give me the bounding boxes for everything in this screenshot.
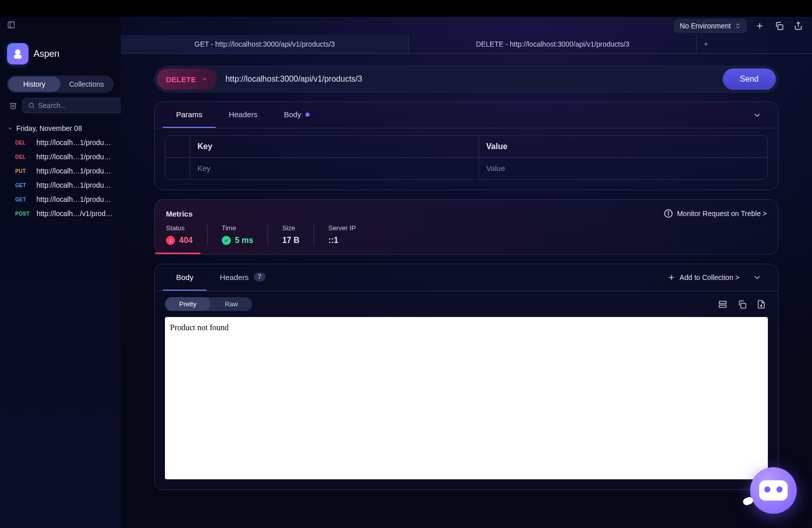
params-table: Key Value [165,135,768,180]
metrics-title: Metrics [166,209,193,218]
metric-size: Size 17 B [267,224,314,245]
history-item[interactable]: PUT http://localh…1/products/3 [0,164,121,178]
request-tab-params[interactable]: Params [163,102,216,128]
history-method: DEL [15,154,31,160]
request-tab-body[interactable]: Body [270,102,322,128]
sidebar-tabs: History Collections [7,76,114,93]
monitor-label: Monitor Request on Treble > [677,209,767,218]
format-raw[interactable]: Raw [211,297,252,311]
request-tab-headers[interactable]: Headers [216,102,271,128]
history-date-label: Friday, November 08 [16,124,82,132]
response-tab-body[interactable]: Body [163,265,207,291]
history-method: DEL [15,140,31,146]
assistant-bot-icon [759,480,788,501]
history-url: http://localh…1/products/3 [37,153,114,161]
history-item[interactable]: DEL http://localh…1/products/3 [0,150,121,164]
svg-point-14 [668,212,669,213]
metric-value: ::1 [328,236,339,245]
history-item[interactable]: GET http://localh…1/products/3 [0,178,121,192]
history-item[interactable]: DEL http://localh…1/products/3 [0,135,121,150]
response-format-toggle: Pretty Raw [165,297,252,311]
brand: Aspen [0,33,121,69]
request-tab-body-label: Body [284,110,301,119]
kv-head-value: Value [479,136,767,158]
open-tabs: GET - http://localhost:3000/api/v1/produ… [121,35,812,54]
history-list: DEL http://localh…1/products/3 DEL http:… [0,134,121,221]
collapse-request-panel[interactable] [745,102,770,128]
metric-serverip: Server IP ::1 [314,224,370,245]
svg-rect-19 [719,301,726,304]
wrap-icon[interactable] [716,298,729,311]
chevron-down-icon [201,76,208,83]
window-titlebar [0,0,812,17]
collapse-response-panel[interactable] [745,265,770,290]
main: No Environment GET - http://localhost:30… [121,0,812,528]
response-tab-headers-label: Headers [220,273,249,281]
svg-rect-8 [778,25,783,30]
metric-status: Status 404 [166,224,207,245]
metrics-panel: Metrics Monitor Request on Treble > Stat… [154,199,779,255]
svg-rect-20 [719,305,726,307]
search-icon [28,102,35,109]
metric-label: Status [166,224,193,232]
environment-selector[interactable]: No Environment [674,19,747,33]
body-indicator-dot-icon [306,113,310,117]
kv-key-input[interactable] [197,164,471,172]
history-url: http://localh…/v1/products [37,209,114,218]
method-selector[interactable]: DELETE [157,68,217,90]
panel-toggle-icon[interactable] [7,21,15,29]
copy-response-icon[interactable] [735,298,749,311]
request-panel: Params Headers Body Key Value [154,101,779,190]
trash-icon[interactable] [7,99,19,112]
metric-label: Time [222,224,253,232]
share-icon[interactable] [792,19,805,32]
url-input[interactable] [217,68,722,90]
app-logo-icon [7,43,28,64]
metric-time: Time 5 ms [207,224,267,245]
tab-item[interactable]: GET - http://localhost:3000/api/v1/produ… [121,35,409,53]
svg-line-5 [33,107,35,109]
history-item[interactable]: POST http://localh…/v1/products [0,206,121,221]
environment-label: No Environment [680,22,731,30]
search-box[interactable] [22,98,132,113]
status-error-icon [166,236,175,245]
new-tab-button[interactable] [696,35,715,53]
request-bar: DELETE Send [154,66,779,92]
method-label: DELETE [166,75,196,84]
status-ok-icon [222,236,231,245]
history-method: GET [15,197,31,202]
history-method: POST [15,211,31,217]
download-response-icon[interactable] [755,298,768,311]
send-button[interactable]: Send [723,68,776,90]
history-url: http://localh…1/products/3 [37,181,114,189]
response-tab-headers[interactable]: Headers 7 [207,264,278,291]
tab-history[interactable]: History [8,77,60,92]
history-date-toggle[interactable]: Friday, November 08 [0,118,121,134]
info-icon [664,209,673,218]
tab-collections[interactable]: Collections [60,77,113,92]
copy-icon[interactable] [772,19,786,32]
history-url: http://localh…1/products/3 [37,167,114,175]
plus-icon[interactable] [753,19,766,32]
chevrons-updown-icon [735,22,741,29]
kv-value-input[interactable] [486,164,760,172]
metric-value: 5 ms [235,236,253,245]
format-pretty[interactable]: Pretty [165,297,211,311]
history-item[interactable]: GET http://localh…1/products/3 [0,192,121,206]
svg-rect-0 [8,22,14,28]
chevron-down-icon [7,125,13,131]
headers-count-badge: 7 [254,272,265,281]
tab-item[interactable]: DELETE - http://localhost:3000/api/v1/pr… [409,35,696,53]
svg-point-4 [29,103,33,107]
kv-row-handle[interactable] [165,158,190,179]
response-body[interactable]: Product not found [165,317,768,479]
history-url: http://localh…1/products/3 [37,195,114,203]
kv-head-key: Key [190,136,479,158]
svg-point-2 [15,49,21,55]
monitor-link[interactable]: Monitor Request on Treble > [664,209,767,218]
search-input[interactable] [38,101,127,110]
svg-rect-3 [14,55,21,59]
add-to-collection-button[interactable]: Add to Collection > [662,273,745,281]
assistant-bubble[interactable] [750,467,797,514]
app-name: Aspen [33,49,59,59]
